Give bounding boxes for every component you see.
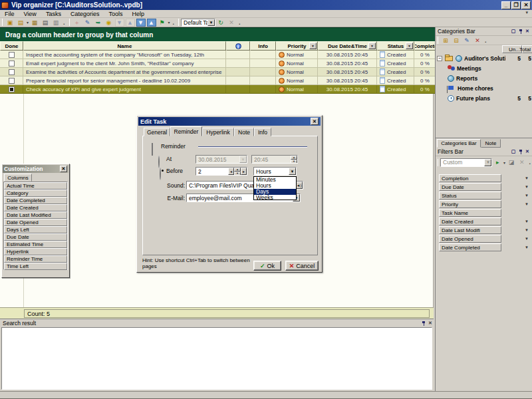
filter-dropdown-icon[interactable]: ▼ xyxy=(525,202,529,206)
column-header-name[interactable]: Name xyxy=(23,41,226,51)
column-chip[interactable]: Due Date xyxy=(4,233,67,241)
close-panel-icon[interactable]: ✕ xyxy=(524,149,531,155)
move-up-icon[interactable]: ▲ xyxy=(147,19,156,27)
column-header-due[interactable]: Due Date&Time▼ xyxy=(318,41,377,51)
column-chip[interactable]: Actual Time xyxy=(4,182,67,190)
table-row[interactable]: Examine the activities of Accounts depar… xyxy=(0,68,436,76)
float-panel-icon[interactable]: ▢ xyxy=(510,149,517,155)
restore-button[interactable]: ❐ xyxy=(511,1,521,9)
cancel-button[interactable]: ✕ Cancel xyxy=(285,261,319,271)
filters-toolbar-overflow-icon[interactable]: . xyxy=(529,160,531,164)
tab-categories-bar[interactable]: Categories Bar xyxy=(437,139,481,148)
delete-view-icon[interactable]: ✕ xyxy=(227,19,236,27)
pin-icon[interactable] xyxy=(518,149,523,155)
at-radio[interactable] xyxy=(158,156,160,168)
toolbar-overflow-icon[interactable]: . xyxy=(239,21,241,25)
column-chip[interactable]: Days Left xyxy=(4,226,67,233)
pin-icon[interactable] xyxy=(518,29,523,35)
toolbar-overflow-icon[interactable]: . xyxy=(63,21,65,25)
column-chip[interactable]: Category xyxy=(4,190,67,197)
filter-dropdown-icon[interactable]: ▼ xyxy=(525,228,529,232)
status-filter-icon[interactable]: ▼ xyxy=(406,43,413,49)
at-date-dropdown-icon[interactable]: ▼ xyxy=(239,156,247,163)
tab-columns[interactable]: Columns xyxy=(4,174,32,182)
search-result-body[interactable] xyxy=(1,327,432,390)
before-value-input[interactable]: 2 ◄ ▲▼ ► xyxy=(196,167,247,176)
filter-dropdown-icon[interactable]: ▼ xyxy=(525,237,529,241)
column-header-status[interactable]: Status▼ xyxy=(377,41,414,51)
dialog-close-icon[interactable]: ✕ xyxy=(311,118,319,125)
column-chip[interactable]: Time Left xyxy=(4,263,67,270)
close-customization-icon[interactable]: ✕ xyxy=(60,166,67,172)
tab-info[interactable]: Info xyxy=(254,128,271,136)
open-dropdown-icon[interactable]: ▾ xyxy=(27,20,29,25)
column-header-info[interactable]: Info xyxy=(250,41,276,51)
done-checkbox[interactable] xyxy=(9,61,15,66)
filter-dropdown-icon[interactable]: ▼ xyxy=(525,185,529,189)
category-item-home-chores[interactable]: Home chores xyxy=(436,83,532,93)
tab-note[interactable]: Note xyxy=(481,139,501,148)
tab-general[interactable]: General xyxy=(144,128,170,136)
column-chip[interactable]: Date Last Modified xyxy=(4,211,67,219)
toolbar-overflow-icon[interactable]: . xyxy=(173,21,175,25)
save-database-icon[interactable]: ▦ xyxy=(30,19,39,27)
new-subcategory-icon[interactable]: ⊟ xyxy=(452,37,461,45)
flag-task-icon[interactable]: ⚑ xyxy=(158,19,167,27)
spin-left-icon[interactable]: ◄ xyxy=(228,168,234,175)
load-filter-icon[interactable]: ▸ xyxy=(493,158,502,166)
move-down-disabled-icon[interactable]: ▼ xyxy=(115,19,124,27)
filter-dropdown-icon[interactable]: ▼ xyxy=(525,245,529,249)
filter-dropdown-icon[interactable]: ▼ xyxy=(525,219,529,223)
category-item-future-plans[interactable]: Future plans 5 5 xyxy=(436,93,532,103)
tab-hyperlink[interactable]: Hyperlink xyxy=(202,128,234,136)
task-view-combobox[interactable]: Default Task Vi ▼ xyxy=(181,19,215,27)
load-filter-dropdown-icon[interactable]: ▾ xyxy=(503,160,505,165)
menubar-overflow-icon[interactable]: ▾ xyxy=(525,10,528,15)
column-chip[interactable]: Hyperlink xyxy=(4,248,67,255)
done-checkbox[interactable] xyxy=(9,52,15,58)
column-chip[interactable]: Date Completed xyxy=(4,197,67,204)
close-panel-icon[interactable]: ✕ xyxy=(524,29,531,35)
priority-filter-icon[interactable]: ▼ xyxy=(309,43,317,49)
menu-file[interactable]: File xyxy=(0,11,19,17)
menu-categories[interactable]: Categories xyxy=(66,11,104,17)
filter-preset-combobox[interactable]: Custom ▼ xyxy=(440,158,492,167)
open-database-icon[interactable]: ▤ xyxy=(16,19,25,27)
pin-icon[interactable] xyxy=(421,321,426,327)
close-search-icon[interactable]: ✕ xyxy=(427,321,434,327)
new-task-icon[interactable]: ＋ xyxy=(72,19,82,27)
column-chip[interactable]: Date Created xyxy=(4,204,67,211)
column-chip[interactable]: Reminder Time xyxy=(4,255,67,263)
spin-right-icon[interactable]: ► xyxy=(241,168,247,175)
flag-dropdown-icon[interactable]: ▾ xyxy=(168,20,170,25)
column-chip[interactable]: Date Opened xyxy=(4,219,67,226)
table-row[interactable]: Prepare financial report for senior mana… xyxy=(0,76,436,85)
total-column-header[interactable]: Total xyxy=(522,45,532,53)
spin-updown-icons[interactable]: ▲▼ xyxy=(234,168,241,175)
due-filter-icon[interactable]: ▼ xyxy=(368,43,376,49)
new-category-icon[interactable]: ⊞ xyxy=(441,37,450,45)
filter-preset-dropdown-icon[interactable]: ▼ xyxy=(484,159,491,166)
show-tasks-icon[interactable]: ◉ xyxy=(104,19,114,27)
reminder-checkbox[interactable] xyxy=(152,143,153,156)
new-database-icon[interactable]: ▣ xyxy=(5,19,15,27)
category-item-reports[interactable]: Reports xyxy=(436,73,532,83)
collapse-icon[interactable]: − xyxy=(437,56,442,61)
menu-tools[interactable]: Tools xyxy=(104,11,127,17)
done-checkbox[interactable] xyxy=(9,86,15,92)
delete-filter-icon[interactable]: ✕ xyxy=(517,158,527,166)
category-item-meetings[interactable]: Meetings xyxy=(436,63,532,73)
column-chip[interactable]: Estimated Time xyxy=(4,241,67,248)
time-spin-icons[interactable]: ▲▼ xyxy=(291,156,297,163)
tab-reminder[interactable]: Reminder xyxy=(170,126,202,136)
menu-view[interactable]: View xyxy=(19,11,41,17)
categories-toolbar-overflow-icon[interactable]: . xyxy=(485,39,487,43)
edit-task-icon[interactable]: ✎ xyxy=(83,19,92,27)
unit-dropdown-icon[interactable]: ▼ xyxy=(289,168,296,175)
delete-category-icon[interactable]: ✕ xyxy=(473,37,482,45)
print-icon[interactable]: ▤ xyxy=(41,19,50,27)
unit-option-weeks[interactable]: Weeks xyxy=(254,195,296,201)
table-row-selected[interactable]: Check accuracy of KPI and give expert ju… xyxy=(0,85,436,94)
minimize-button[interactable]: _ xyxy=(501,1,511,9)
ok-button[interactable]: ✓ Ok xyxy=(253,261,281,271)
